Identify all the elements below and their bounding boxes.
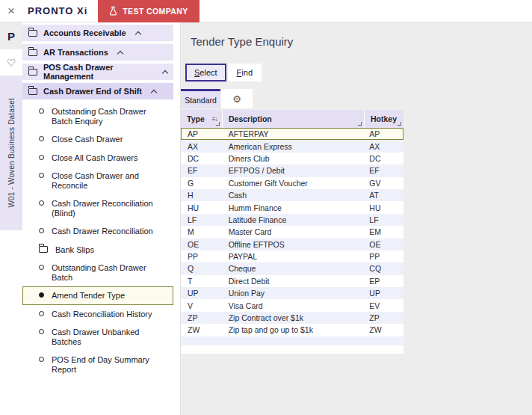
menu-item-label: Close Cash Drawer	[52, 135, 123, 144]
sidebar-menu-item[interactable]: Close Cash Drawer and Reconcile	[22, 167, 173, 194]
cell-type: T	[182, 277, 223, 286]
find-label-rest: ind	[241, 68, 253, 77]
favorites-heart-icon[interactable]: ♡	[0, 49, 22, 76]
chevron-up-icon	[162, 70, 168, 76]
menu-item-label: Close Cash Drawer and Reconcile	[52, 171, 167, 190]
cell-description: Customer Gift Voucher	[223, 179, 364, 188]
cell-hotkey: LF	[363, 215, 403, 224]
folder-label: Cash Drawer End of Shift	[43, 87, 142, 96]
tab-standard[interactable]: Standard	[181, 89, 220, 108]
cell-hotkey: AX	[363, 142, 403, 151]
table-row[interactable]: ZP Zip Contract over $1k ZP	[181, 312, 403, 324]
table-header: Type ≡↓ Description Hotkey	[181, 110, 403, 128]
cell-description: Cash	[223, 191, 364, 200]
cell-hotkey: UP	[363, 289, 403, 298]
sidebar-menu-item[interactable]: Cash Drawer Unbanked Batches	[22, 323, 173, 351]
cell-type: PP	[182, 252, 223, 261]
table-row[interactable]: LF Latitude Finance LF	[181, 214, 403, 226]
table-row[interactable]: Q Cheque CQ	[181, 262, 403, 274]
radio-bullet-icon	[39, 292, 44, 298]
cell-description: Union Pay	[223, 289, 364, 298]
radio-bullet-icon	[39, 228, 44, 233]
cell-description: Zip tap and go up to $1k	[223, 325, 364, 334]
table-row[interactable]: G Customer Gift Voucher GV	[181, 177, 403, 189]
cell-type: EF	[182, 166, 223, 175]
top-bar: × PRONTO Xi TEST COMPANY	[0, 0, 532, 22]
column-header-hotkey[interactable]: Hotkey	[364, 110, 403, 128]
cell-description: Latitude Finance	[223, 215, 364, 224]
column-header-type[interactable]: Type ≡↓	[181, 110, 222, 128]
cell-hotkey: AT	[363, 191, 403, 200]
dataset-label: W01 - Woven Business Dataset	[7, 98, 16, 208]
chevron-up-icon	[151, 89, 157, 95]
sidebar-folder[interactable]: Cash Drawer End of Shift	[22, 83, 173, 99]
cell-hotkey: ZP	[363, 313, 403, 322]
table-row[interactable]: H Cash AT	[181, 189, 403, 201]
sidebar-folder[interactable]: POS Cash Drawer Management	[22, 64, 173, 80]
cell-hotkey: EM	[363, 227, 403, 236]
sidebar-menu-item[interactable]: POS End of Day Summary Report	[22, 351, 173, 378]
table-row[interactable]: OE Offline EFTPOS OE	[181, 239, 403, 250]
tab-settings[interactable]: ⚙	[221, 89, 253, 108]
table-row[interactable]: T Direct Debit EP	[181, 275, 403, 287]
table-row[interactable]: AX American Express AX	[181, 140, 403, 152]
radio-bullet-icon	[39, 311, 44, 316]
radio-bullet-icon	[39, 329, 44, 334]
radio-bullet-icon	[39, 200, 44, 206]
left-icon-strip: P ♡ W01 - Woven Business Dataset	[0, 22, 22, 415]
sidebar-menu-item[interactable]: Cash Reconciliation History	[22, 305, 173, 324]
page-title: Tender Type Enquiry	[191, 35, 532, 48]
column-header-description[interactable]: Description	[222, 110, 364, 128]
gear-icon: ⚙	[232, 93, 241, 105]
sidebar-menu-item[interactable]: Close All Cash Drawers	[22, 149, 173, 167]
sidebar-menu-item[interactable]: Cash Drawer Reconciliation	[22, 222, 173, 241]
sidebar-folder[interactable]: AR Transactions	[22, 44, 173, 61]
table-row[interactable]: DC Diners Club DC	[181, 153, 403, 165]
select-button[interactable]: Select	[185, 64, 226, 82]
table-body: AP AFTERPAY AP AX American Express AX DC…	[181, 128, 403, 336]
menu-item-label: Cash Drawer Unbanked Batches	[52, 328, 167, 346]
table-row[interactable]: PP PAYPAL PP	[181, 250, 403, 262]
cell-type: HU	[182, 203, 223, 212]
table-row[interactable]: ZW Zip tap and go up to $1k ZW	[181, 324, 403, 336]
chevron-up-icon	[117, 50, 123, 56]
sidebar-folder[interactable]: Accounts Receivable	[22, 25, 173, 41]
chevron-up-icon	[134, 31, 140, 37]
empty-row	[181, 336, 403, 345]
cell-hotkey: GV	[363, 179, 403, 188]
cell-description: Zip Contract over $1k	[223, 313, 364, 322]
pronto-p-icon[interactable]: P	[0, 22, 22, 49]
sidebar-menu-item[interactable]: Close Cash Drawer	[22, 130, 173, 149]
find-button[interactable]: Find	[228, 64, 262, 82]
table-row[interactable]: UP Union Pay UP	[181, 287, 403, 299]
table-row[interactable]: V Visa Card EV	[181, 299, 403, 311]
cell-description: Cheque	[223, 264, 364, 273]
sidebar-menu-item[interactable]: Cash Drawer Reconciliation (Blind)	[22, 194, 173, 222]
cell-type: DC	[182, 154, 223, 163]
menu-item-label: POS End of Day Summary Report	[52, 355, 167, 374]
cell-type: M	[182, 227, 223, 236]
company-button[interactable]: TEST COMPANY	[98, 0, 199, 22]
empty-row	[181, 345, 403, 354]
cell-hotkey: HU	[363, 203, 403, 212]
table-row[interactable]: EF EFTPOS / Debit EF	[181, 165, 403, 176]
table-row[interactable]: HU Humm Finance HU	[181, 201, 403, 213]
sidebar-menu-item[interactable]: Amend Tender Type	[22, 286, 173, 305]
close-icon[interactable]: ×	[0, 0, 22, 22]
table-row[interactable]: M Master Card EM	[181, 226, 403, 238]
sidebar-menu-item[interactable]: Outstanding Cash Drawer Batch	[22, 259, 173, 286]
main-content: Tender Type Enquiry Select Find Standard…	[181, 22, 532, 415]
menu-item-list: Outstanding Cash Drawer Batch Enquiry Cl…	[22, 102, 173, 378]
description-header-label: Description	[229, 114, 272, 123]
radio-bullet-icon	[39, 136, 44, 141]
cell-type: AX	[182, 142, 223, 151]
cell-hotkey: AP	[363, 129, 403, 138]
folder-label: Accounts Receivable	[43, 28, 126, 37]
select-accesskey: S	[194, 68, 200, 77]
company-label: TEST COMPANY	[123, 7, 188, 16]
sidebar-menu-item[interactable]: Bank Slips	[22, 241, 173, 259]
cell-type: G	[182, 179, 223, 188]
table-row[interactable]: AP AFTERPAY AP	[181, 128, 403, 140]
sidebar-menu-item[interactable]: Outstanding Cash Drawer Batch Enquiry	[22, 102, 173, 130]
menu-item-label: Cash Reconciliation History	[52, 310, 152, 319]
